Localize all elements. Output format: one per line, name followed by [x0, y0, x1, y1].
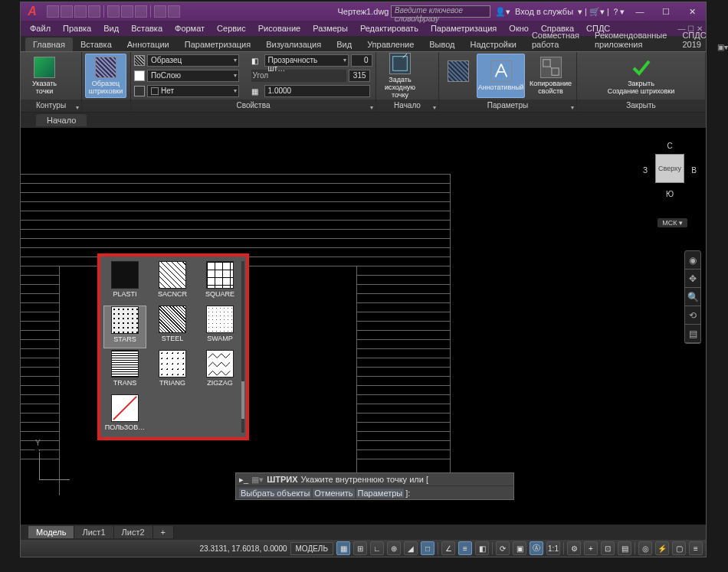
3dosnap-icon[interactable]: ▣	[513, 541, 526, 555]
quick-props-icon[interactable]: ▤	[618, 541, 631, 555]
qat-print-icon[interactable]	[154, 5, 166, 18]
annotation-monitor-icon[interactable]: +	[584, 541, 598, 555]
clean-screen-icon[interactable]: ▢	[672, 541, 686, 555]
tab-annotate[interactable]: Аннотации	[120, 38, 177, 51]
menu-file[interactable]: Файл	[24, 22, 57, 34]
hatch-item-stars[interactable]: STARS	[103, 306, 146, 348]
hardware-accel-icon[interactable]: ⚡	[655, 541, 669, 555]
scale-icon[interactable]: 1:1	[546, 541, 560, 555]
cmd-option-select[interactable]: Выбрать объекты	[239, 489, 311, 498]
tab-insert[interactable]: Вставка	[73, 38, 120, 51]
menu-modify[interactable]: Редактировать	[354, 22, 425, 34]
qat-undo-icon[interactable]	[121, 5, 133, 18]
menu-draw[interactable]: Рисование	[252, 22, 307, 34]
maximize-button[interactable]: ☐	[655, 5, 677, 18]
hatch-type-combo[interactable]: Образец▾	[147, 54, 239, 67]
units-icon[interactable]: ⊡	[601, 541, 615, 555]
panel-contours-title[interactable]: Контуры▾	[21, 100, 81, 112]
qat-saveas-icon[interactable]	[88, 5, 100, 18]
dyn-ucs-icon[interactable]: Ⓐ	[530, 541, 543, 555]
scale-value[interactable]: 1.0000	[264, 85, 370, 97]
transparency-value[interactable]: 0	[351, 54, 372, 67]
transparency-toggle-icon[interactable]: ◧	[475, 541, 489, 555]
login-label[interactable]: Вход в службы	[515, 7, 573, 16]
transparency-combo[interactable]: Прозрачность шт…▾	[264, 54, 349, 67]
hatch-pattern-button[interactable]: Образец штриховки	[85, 54, 126, 98]
snap-toggle-icon[interactable]: ⊞	[353, 541, 367, 555]
polar-toggle-icon[interactable]: ⊕	[387, 541, 401, 555]
viewcube[interactable]: С З В Сверху Ю	[643, 142, 697, 211]
app-icon[interactable]: A	[21, 2, 44, 21]
tab-sheet1[interactable]: Лист1	[74, 526, 113, 538]
tab-parametric[interactable]: Параметризация	[177, 38, 258, 51]
close-button[interactable]: ✕	[681, 5, 703, 18]
tab-model[interactable]: Модель	[28, 526, 74, 538]
hatch-item-square[interactable]: SQUARE	[198, 261, 241, 304]
qat-redo-icon[interactable]	[135, 5, 147, 18]
pick-points-button[interactable]: Указать точки	[24, 54, 65, 98]
qat-open-icon[interactable]	[61, 5, 73, 18]
associative-button[interactable]	[442, 54, 474, 98]
annotative-button[interactable]: Аннотативный	[477, 54, 525, 98]
tab-manage[interactable]: Управление	[359, 38, 421, 51]
hatch-item-triang[interactable]: TRIANG	[151, 350, 194, 393]
search-input[interactable]: Введите ключевое слово/фразу	[391, 5, 490, 18]
user-icon[interactable]: 👤▾	[495, 7, 510, 17]
minimize-button[interactable]: —	[629, 5, 651, 18]
gallery-scrollbar[interactable]	[241, 261, 244, 433]
exchange-icon[interactable]: ▾ | 🛒▾ | ？▾	[578, 6, 625, 18]
hatch-item-swamp[interactable]: SWAMP	[198, 306, 241, 348]
cmd-option-undo[interactable]: Отменить	[313, 489, 354, 498]
tab-collab[interactable]: Совместная работа	[524, 28, 587, 51]
ribbon-collapse-icon[interactable]: ▣▾	[714, 43, 728, 51]
menu-view[interactable]: Вид	[97, 22, 125, 34]
viewcube-top[interactable]: Сверху	[655, 154, 684, 183]
qat-save-icon[interactable]	[74, 5, 87, 18]
command-line[interactable]: ▸_ ▦▾ ШТРИХ Укажите внутреннюю точку или…	[235, 472, 514, 500]
menu-dimensions[interactable]: Размеры	[307, 22, 354, 34]
wcs-label[interactable]: МСК ▾	[657, 218, 687, 227]
otrack-toggle-icon[interactable]: ∠	[441, 541, 455, 555]
nav-showmotion-icon[interactable]: ▤	[685, 325, 700, 343]
qat-more-icon[interactable]	[168, 5, 180, 18]
tab-featured[interactable]: Рекомендованные приложения	[587, 28, 674, 51]
drawing-canvas[interactable]: /*placeholder*/	[21, 128, 706, 525]
nav-wheel-icon[interactable]: ◉	[685, 251, 700, 270]
model-space-button[interactable]: МОДЕЛЬ	[290, 542, 333, 555]
panel-origin-title[interactable]: Начало▾	[376, 100, 438, 112]
hatch-item-sacncr[interactable]: SACNCR	[151, 261, 194, 304]
ortho-toggle-icon[interactable]: ∟	[370, 541, 384, 555]
tab-output[interactable]: Вывод	[421, 38, 462, 51]
qat-plot-icon[interactable]	[107, 5, 120, 18]
menu-edit[interactable]: Правка	[57, 22, 97, 34]
hatch-item-zigzag[interactable]: ZIGZAG	[198, 350, 241, 393]
menu-service[interactable]: Сервис	[211, 22, 252, 34]
angle-value[interactable]: 315	[349, 70, 370, 82]
tab-spds[interactable]: СПДС 2019	[674, 28, 713, 51]
tab-add[interactable]: +	[153, 526, 174, 538]
tab-visualize[interactable]: Визуализация	[258, 38, 329, 51]
hatch-item-custom[interactable]: ПОЛЬЗОВ…	[103, 394, 146, 437]
hatch-bg-combo[interactable]: Нет▾	[147, 85, 239, 97]
close-hatch-button[interactable]: Закрыть Создание штриховки	[607, 54, 676, 98]
tab-addins[interactable]: Надстройки	[463, 38, 524, 51]
match-props-button[interactable]: Копирование свойств	[528, 54, 573, 98]
qat-new-icon[interactable]	[47, 5, 59, 18]
isolate-icon[interactable]: ◎	[638, 541, 652, 555]
customize-icon[interactable]: ≡	[689, 541, 703, 555]
tab-view[interactable]: Вид	[329, 38, 359, 51]
menu-format[interactable]: Формат	[169, 22, 211, 34]
tab-sheet2[interactable]: Лист2	[114, 526, 153, 538]
hatch-item-steel[interactable]: STEEL	[151, 306, 194, 348]
hatch-item-plasti[interactable]: PLASTI	[103, 261, 146, 304]
panel-options-title[interactable]: Параметры▾	[439, 100, 576, 112]
nav-pan-icon[interactable]: ✥	[685, 270, 700, 288]
isodraft-toggle-icon[interactable]: ◢	[404, 541, 418, 555]
doc-tab-start[interactable]: Начало	[36, 114, 87, 126]
hatch-item-trans[interactable]: TRANS	[103, 350, 146, 393]
nav-zoom-icon[interactable]: 🔍	[685, 288, 700, 306]
menu-insert[interactable]: Вставка	[125, 22, 169, 34]
selection-cycling-icon[interactable]: ⟳	[496, 541, 510, 555]
lineweight-toggle-icon[interactable]: ≡	[458, 541, 472, 555]
nav-orbit-icon[interactable]: ⟲	[685, 306, 700, 325]
